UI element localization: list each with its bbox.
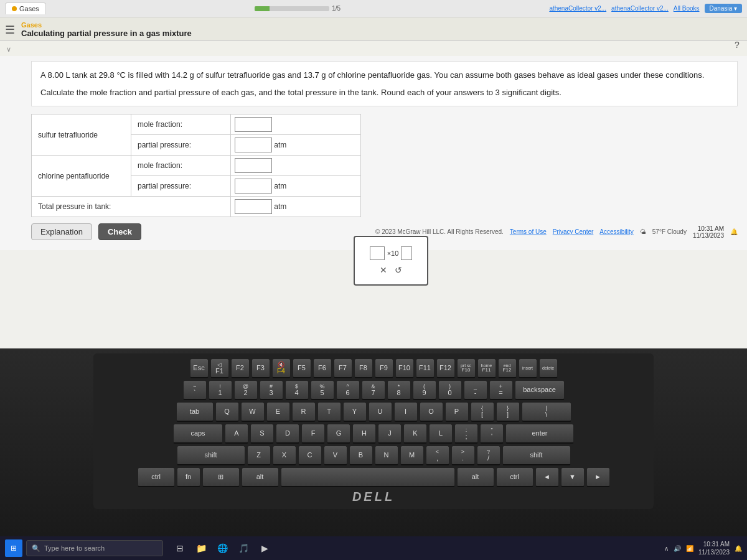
cpf-mole-fraction-input[interactable] bbox=[235, 158, 272, 173]
key-minus[interactable]: _- bbox=[464, 380, 487, 400]
key-9[interactable]: (9 bbox=[413, 380, 436, 400]
key-f8[interactable]: F8 bbox=[354, 358, 373, 378]
key-f4[interactable]: 🔇F4 bbox=[272, 358, 291, 378]
key-h[interactable]: H bbox=[352, 424, 376, 444]
taskbar-app2-icon[interactable]: ▶ bbox=[255, 539, 274, 557]
key-ctrl-left[interactable]: ctrl bbox=[138, 467, 175, 487]
key-3[interactable]: #3 bbox=[260, 380, 283, 400]
taskbar-wifi-icon[interactable]: 📶 bbox=[686, 545, 693, 552]
key-8[interactable]: *8 bbox=[387, 380, 411, 400]
key-f1[interactable]: ◁F1 bbox=[210, 358, 229, 378]
search-bar[interactable]: 🔍 Type here to search bbox=[26, 540, 163, 556]
key-o[interactable]: O bbox=[420, 402, 443, 422]
key-slash[interactable]: ?/ bbox=[477, 446, 500, 465]
terms-link[interactable]: Terms of Use bbox=[510, 228, 547, 235]
key-l[interactable]: L bbox=[429, 424, 453, 444]
key-a[interactable]: A bbox=[225, 424, 248, 444]
hamburger-icon[interactable]: ☰ bbox=[5, 23, 15, 37]
key-n[interactable]: N bbox=[375, 446, 398, 465]
key-comma[interactable]: <, bbox=[426, 446, 449, 465]
question-icon[interactable]: ? bbox=[730, 37, 745, 52]
sci-close-icon[interactable]: ✕ bbox=[380, 265, 387, 275]
key-home[interactable]: homeF11 bbox=[477, 358, 496, 378]
key-equals[interactable]: += bbox=[489, 380, 513, 400]
key-alt-left[interactable]: alt bbox=[242, 467, 279, 487]
key-f2[interactable]: F2 bbox=[231, 358, 250, 378]
start-button[interactable]: ⊞ bbox=[5, 539, 22, 557]
sci-mantissa-input[interactable] bbox=[370, 246, 385, 260]
browser-tab[interactable]: Gases bbox=[5, 2, 46, 14]
key-k[interactable]: K bbox=[403, 424, 427, 444]
taskbar-volume-icon[interactable]: 🔊 bbox=[674, 545, 681, 552]
key-d[interactable]: D bbox=[276, 424, 299, 444]
key-f11[interactable]: F11 bbox=[416, 358, 435, 378]
key-quote[interactable]: "' bbox=[480, 424, 504, 444]
key-m[interactable]: M bbox=[400, 446, 424, 465]
key-f7[interactable]: F7 bbox=[334, 358, 352, 378]
key-0[interactable]: )0 bbox=[438, 380, 462, 400]
key-f9[interactable]: F9 bbox=[375, 358, 393, 378]
nav-link-2[interactable]: athenaCollector v2... bbox=[611, 5, 669, 12]
taskbar-chrome-icon[interactable]: 🌐 bbox=[213, 539, 232, 557]
key-backspace[interactable]: backspace bbox=[515, 380, 565, 400]
key-insert[interactable]: insert bbox=[519, 358, 537, 378]
taskbar-app1-icon[interactable]: 🎵 bbox=[234, 539, 253, 557]
key-left-arrow[interactable]: ◄ bbox=[535, 467, 559, 487]
accessibility-link[interactable]: Accessibility bbox=[599, 228, 633, 235]
key-2[interactable]: @2 bbox=[234, 380, 258, 400]
sci-exponent-input[interactable] bbox=[401, 246, 412, 260]
privacy-link[interactable]: Privacy Center bbox=[553, 228, 594, 235]
key-down-arrow[interactable]: ▼ bbox=[561, 467, 585, 487]
nav-link-3[interactable]: All Books bbox=[674, 5, 700, 12]
key-p[interactable]: P bbox=[445, 402, 469, 422]
explanation-button[interactable]: Explanation bbox=[31, 223, 92, 240]
sf-partial-pressure-input[interactable] bbox=[235, 138, 272, 152]
collapse-bar[interactable]: ∨ bbox=[0, 41, 747, 56]
key-backslash[interactable]: |\ bbox=[522, 402, 571, 422]
key-f6[interactable]: F6 bbox=[313, 358, 332, 378]
key-g[interactable]: G bbox=[327, 424, 350, 444]
key-y[interactable]: Y bbox=[343, 402, 367, 422]
total-pressure-input[interactable] bbox=[235, 199, 272, 214]
key-5[interactable]: %5 bbox=[311, 380, 334, 400]
key-1[interactable]: !1 bbox=[209, 380, 232, 400]
key-f10[interactable]: F10 bbox=[395, 358, 414, 378]
key-rbracket[interactable]: }] bbox=[496, 402, 520, 422]
key-f3[interactable]: F3 bbox=[251, 358, 270, 378]
key-u[interactable]: U bbox=[369, 402, 392, 422]
key-x[interactable]: X bbox=[273, 446, 296, 465]
key-t[interactable]: T bbox=[317, 402, 341, 422]
key-right-arrow[interactable]: ► bbox=[586, 467, 610, 487]
sci-undo-icon[interactable]: ↺ bbox=[395, 265, 402, 275]
key-prtsc[interactable]: prt scF10 bbox=[457, 358, 476, 378]
key-b[interactable]: B bbox=[349, 446, 373, 465]
key-i[interactable]: I bbox=[394, 402, 418, 422]
taskbar-notify-icon[interactable]: ∧ bbox=[664, 545, 669, 552]
key-esc[interactable]: Esc bbox=[190, 358, 209, 378]
key-ctrl-right[interactable]: ctrl bbox=[496, 467, 533, 487]
key-s[interactable]: S bbox=[250, 424, 274, 444]
key-fn[interactable]: fn bbox=[177, 467, 200, 487]
user-badge[interactable]: Danasia ▾ bbox=[705, 4, 742, 13]
key-lbracket[interactable]: {[ bbox=[471, 402, 494, 422]
key-tab[interactable]: tab bbox=[176, 402, 214, 422]
key-enter[interactable]: enter bbox=[505, 424, 574, 444]
key-backtick[interactable]: ~` bbox=[183, 380, 207, 400]
chevron-collapse-icon[interactable]: ∨ bbox=[6, 45, 11, 53]
check-button[interactable]: Check bbox=[98, 223, 141, 240]
key-6[interactable]: ^6 bbox=[336, 380, 360, 400]
key-f5[interactable]: F5 bbox=[293, 358, 311, 378]
key-f12[interactable]: F12 bbox=[436, 358, 455, 378]
key-space[interactable] bbox=[281, 467, 455, 487]
key-w[interactable]: W bbox=[241, 402, 265, 422]
key-7[interactable]: &7 bbox=[362, 380, 385, 400]
taskbar-notification-icon[interactable]: 🔔 bbox=[735, 545, 742, 552]
key-end[interactable]: endF12 bbox=[498, 358, 517, 378]
key-f[interactable]: F bbox=[301, 424, 325, 444]
key-v[interactable]: V bbox=[324, 446, 347, 465]
taskbar-snap-icon[interactable]: ⊟ bbox=[171, 539, 189, 557]
key-win[interactable]: ⊞ bbox=[202, 467, 240, 487]
nav-link-1[interactable]: athenaCollector v2... bbox=[549, 5, 606, 12]
key-delete[interactable]: delete bbox=[539, 358, 558, 378]
key-j[interactable]: J bbox=[378, 424, 402, 444]
